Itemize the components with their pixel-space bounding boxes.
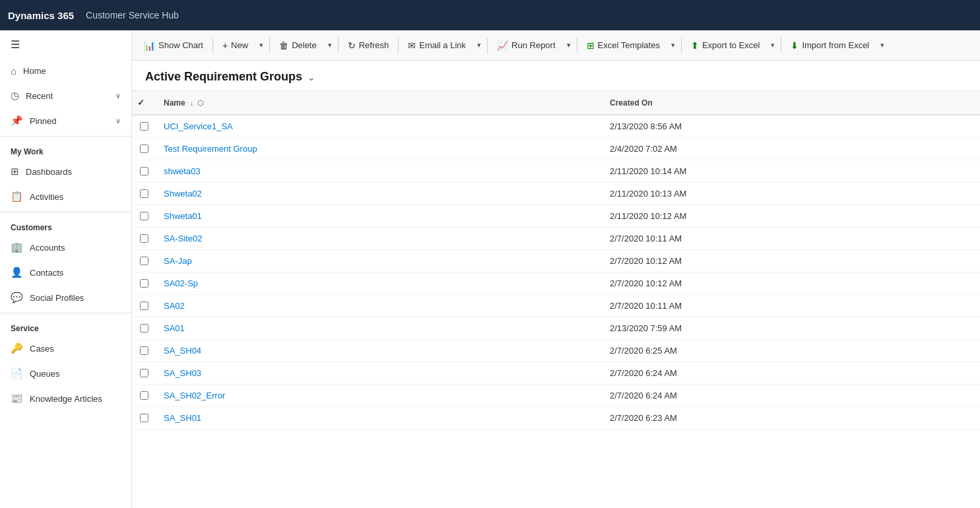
row-checkbox[interactable] <box>140 346 148 355</box>
delete-button[interactable]: 🗑 Delete <box>273 36 323 55</box>
row-checkbox-cell <box>132 295 156 317</box>
hamburger-button[interactable]: ☰ <box>0 30 131 59</box>
app-label: Customer Service Hub <box>86 10 179 20</box>
import-excel-dropdown-button[interactable]: ▾ <box>877 37 888 53</box>
row-checkbox[interactable] <box>140 279 148 288</box>
page-header: Active Requirement Groups ⌄ <box>132 61 980 91</box>
export-excel-button[interactable]: ⬆ Export to Excel <box>684 36 766 55</box>
email-link-dropdown-button[interactable]: ▾ <box>474 37 484 53</box>
row-name-link[interactable]: Shweta01 <box>164 211 202 221</box>
sidebar-divider-2 <box>0 212 131 212</box>
sidebar-item-dashboards[interactable]: ⊞ Dashboards <box>0 159 131 184</box>
row-name-link[interactable]: SA-Jap <box>164 256 192 266</box>
row-checkbox[interactable] <box>140 391 148 400</box>
refresh-icon: ↻ <box>348 40 356 51</box>
sidebar-item-queues[interactable]: 📄 Queues <box>0 361 131 386</box>
content-area: 📊 Show Chart + New ▾ 🗑 Delete ▾ ↻ Refres… <box>132 30 980 508</box>
new-dropdown-button[interactable]: ▾ <box>256 37 267 53</box>
row-name-cell: shweta03 <box>156 160 602 183</box>
row-name-link[interactable]: SA02 <box>164 301 185 311</box>
row-checkbox[interactable] <box>140 122 148 131</box>
name-column-header[interactable]: Name ↓ ⬡ <box>156 91 602 115</box>
table-row: SA02-Sp2/7/2020 10:12 AM <box>132 272 980 295</box>
sidebar-divider-1 <box>0 136 131 137</box>
export-excel-icon: ⬆ <box>691 40 699 51</box>
row-checkbox[interactable] <box>140 167 148 175</box>
row-name-link[interactable]: Shweta02 <box>164 189 202 199</box>
delete-dropdown-button[interactable]: ▾ <box>325 37 335 53</box>
row-name-link[interactable]: SA-Site02 <box>164 234 203 243</box>
table-row: UCI_Service1_SA2/13/2020 8:56 AM <box>132 115 980 138</box>
sidebar-activities-label: Activities <box>30 192 63 202</box>
row-name-link[interactable]: UCI_Service1_SA <box>164 121 233 131</box>
row-checkbox[interactable] <box>140 234 148 243</box>
sidebar-item-contacts[interactable]: 👤 Contacts <box>0 260 131 285</box>
row-name-link[interactable]: SA_SH03 <box>164 368 201 378</box>
sidebar-item-recent[interactable]: ◷ Recent ∨ <box>0 83 131 108</box>
table-row: Test Requirement Group2/4/2020 7:02 AM <box>132 138 980 160</box>
toolbar-sep-1 <box>212 38 213 53</box>
toolbar-sep-2 <box>269 38 270 53</box>
table-area: ✓ Name ↓ ⬡ Created On UCI_S <box>132 91 980 508</box>
row-name-link[interactable]: SA01 <box>164 323 185 333</box>
row-created-on-cell: 2/7/2020 6:25 AM <box>602 340 980 362</box>
row-created-on-cell: 2/7/2020 10:11 AM <box>602 228 980 250</box>
sidebar: ☰ ⌂ Home ◷ Recent ∨ 📌 Pinned ∨ My Work ⊞… <box>0 30 132 508</box>
row-checkbox[interactable] <box>140 189 148 198</box>
row-checkbox-cell <box>132 272 156 295</box>
import-excel-icon: ⬇ <box>791 40 799 51</box>
row-created-on-cell: 2/11/2020 10:14 AM <box>602 160 980 183</box>
row-name-cell: SA02 <box>156 295 602 317</box>
row-name-link[interactable]: shweta03 <box>164 166 201 176</box>
excel-templates-dropdown-button[interactable]: ▾ <box>668 37 678 53</box>
sidebar-item-social-profiles[interactable]: 💬 Social Profiles <box>0 285 131 310</box>
table-row: SA_SH032/7/2020 6:24 AM <box>132 362 980 385</box>
sidebar-item-activities[interactable]: 📋 Activities <box>0 184 131 209</box>
toolbar-sep-3 <box>338 38 339 53</box>
row-name-link[interactable]: SA02-Sp <box>164 278 198 288</box>
export-excel-dropdown-button[interactable]: ▾ <box>768 37 778 53</box>
row-checkbox[interactable] <box>140 414 148 422</box>
row-name-link[interactable]: Test Requirement Group <box>164 144 257 154</box>
sidebar-item-accounts[interactable]: 🏢 Accounts <box>0 235 131 260</box>
email-link-button[interactable]: ✉ Email a Link <box>401 36 473 55</box>
table-row: SA-Site022/7/2020 10:11 AM <box>132 228 980 250</box>
show-chart-button[interactable]: 📊 Show Chart <box>137 36 210 55</box>
row-checkbox-cell <box>132 160 156 183</box>
row-name-link[interactable]: SA_SH02_Error <box>164 391 225 400</box>
refresh-button[interactable]: ↻ Refresh <box>341 36 396 55</box>
table-row: shweta032/11/2020 10:14 AM <box>132 160 980 183</box>
activities-icon: 📋 <box>11 191 23 203</box>
run-report-button[interactable]: 📈 Run Report <box>490 36 562 55</box>
excel-templates-button[interactable]: ⊞ Excel Templates <box>580 36 667 55</box>
run-report-dropdown-button[interactable]: ▾ <box>564 37 574 53</box>
pinned-arrow-icon: ∨ <box>115 117 121 125</box>
select-all-checkbox[interactable]: ✓ <box>137 98 145 108</box>
row-name-cell: Shweta02 <box>156 183 602 205</box>
row-checkbox[interactable] <box>140 324 148 333</box>
row-name-link[interactable]: SA_SH01 <box>164 413 201 423</box>
sidebar-dashboards-label: Dashboards <box>26 167 72 177</box>
row-checkbox[interactable] <box>140 302 148 310</box>
row-name-link[interactable]: SA_SH04 <box>164 346 201 356</box>
new-button[interactable]: + New <box>216 36 255 55</box>
queues-icon: 📄 <box>11 367 23 379</box>
row-checkbox[interactable] <box>140 257 148 265</box>
created-on-column-header[interactable]: Created On <box>602 91 980 115</box>
row-created-on-cell: 2/4/2020 7:02 AM <box>602 138 980 160</box>
row-checkbox[interactable] <box>140 144 148 153</box>
contacts-icon: 👤 <box>11 267 23 278</box>
sidebar-item-home[interactable]: ⌂ Home <box>0 59 131 83</box>
sidebar-item-pinned[interactable]: 📌 Pinned ∨ <box>0 108 131 133</box>
sidebar-item-cases[interactable]: 🔑 Cases <box>0 336 131 361</box>
row-name-cell: SA-Jap <box>156 250 602 272</box>
name-filter-icon: ⬡ <box>197 99 204 107</box>
row-checkbox[interactable] <box>140 369 148 377</box>
table-row: Shweta012/11/2020 10:12 AM <box>132 205 980 228</box>
row-created-on-cell: 2/7/2020 10:12 AM <box>602 272 980 295</box>
sidebar-item-knowledge-articles[interactable]: 📰 Knowledge Articles <box>0 386 131 411</box>
sidebar-home-label: Home <box>23 66 46 76</box>
import-excel-button[interactable]: ⬇ Import from Excel <box>784 36 876 55</box>
page-title-dropdown-icon[interactable]: ⌄ <box>308 72 315 82</box>
row-checkbox[interactable] <box>140 212 148 220</box>
